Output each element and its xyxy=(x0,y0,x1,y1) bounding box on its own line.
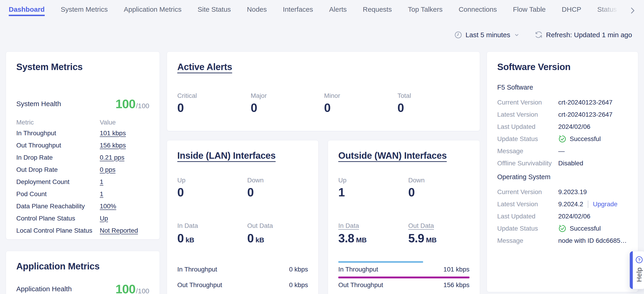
update-status-value: Successful xyxy=(570,135,601,143)
refresh-button[interactable]: Refresh: Updated 1 min ago xyxy=(534,31,632,39)
metric-value-link[interactable]: 101 kbps xyxy=(100,129,126,137)
outside-up-stat: Up 1 xyxy=(338,177,408,199)
up-count: 0 xyxy=(177,185,247,199)
row-label: Message xyxy=(497,148,558,155)
in-data-value: 0 xyxy=(177,231,184,245)
outside-out-data-stat: Out Data 5.9MB xyxy=(408,222,470,245)
f5-software-heading: F5 Software xyxy=(497,83,628,91)
inside-throughput-block: In Throughput 0 kbps Out Throughput 0 kb… xyxy=(177,261,308,289)
system-health-value: 100 /100 xyxy=(116,97,150,111)
tab-dhcp[interactable]: DHCP xyxy=(562,6,581,15)
in-data-link[interactable]: In Data xyxy=(338,222,359,229)
out-throughput-value: 0 kbps xyxy=(289,281,308,289)
system-metrics-title: System Metrics xyxy=(16,61,149,72)
outside-wan-title-link[interactable]: Outside (WAN) Interfaces xyxy=(338,151,447,161)
last-updated-row: Last Updated 2024/02/06 xyxy=(497,210,628,222)
tab-dashboard[interactable]: Dashboard xyxy=(9,6,45,16)
in-throughput-value: 101 kbps xyxy=(443,266,470,273)
update-status-row: Update Status Successful xyxy=(497,133,628,145)
metric-value-link[interactable]: 1 xyxy=(100,190,104,198)
tab-nodes[interactable]: Nodes xyxy=(247,6,267,15)
row-label: Last Updated xyxy=(497,123,558,130)
out-data-value: 5.9 xyxy=(408,231,424,245)
tab-status-objects[interactable]: Status Ob xyxy=(597,6,628,15)
out-data-link[interactable]: Out Data xyxy=(408,222,434,229)
inside-out-data-stat: Out Data 0kB xyxy=(247,222,308,245)
down-count: 0 xyxy=(408,185,470,199)
total-label: Total xyxy=(398,92,471,99)
out-data-unit: MB xyxy=(426,236,437,244)
in-data-label: In Data xyxy=(177,222,247,229)
table-row: Out Drop Rate0 pps xyxy=(16,164,149,176)
out-throughput-label: Out Throughput xyxy=(177,281,222,289)
metric-label: Out Drop Rate xyxy=(16,166,100,173)
metric-value-link[interactable]: 1 xyxy=(100,178,104,186)
row-value: 2024/02/06 xyxy=(558,213,628,220)
metric-value-link[interactable]: 100% xyxy=(100,203,116,210)
tab-connections[interactable]: Connections xyxy=(459,6,497,15)
row-label: Offline Survivability xyxy=(497,160,558,167)
tab-site-status[interactable]: Site Status xyxy=(198,6,231,15)
metric-label: Local Control Plane Status xyxy=(16,227,100,234)
tab-top-talkers[interactable]: Top Talkers xyxy=(408,6,442,15)
table-row: Control Plane StatusUp xyxy=(16,212,149,224)
critical-count: 0 xyxy=(177,101,251,115)
refresh-status-text: Refresh: Updated 1 min ago xyxy=(546,31,632,39)
row-label: Update Status xyxy=(497,135,558,143)
metric-value-link[interactable]: Up xyxy=(100,215,108,222)
table-row: Local Control Plane StatusNot Reported xyxy=(16,224,149,237)
inside-down-stat: Down 0 xyxy=(247,177,308,199)
row-value: crt-20240123-2647 xyxy=(558,111,628,118)
metric-value-link[interactable]: 0.21 pps xyxy=(100,154,124,161)
time-range-selector[interactable]: Last 5 minutes xyxy=(454,31,520,39)
row-label: Message xyxy=(497,237,558,244)
success-circle-icon xyxy=(558,224,566,233)
outside-in-throughput-row: In Throughput 101 kbps xyxy=(338,265,470,273)
tab-interfaces[interactable]: Interfaces xyxy=(283,6,313,15)
help-tab[interactable]: ? Help xyxy=(630,251,644,289)
out-throughput-bar xyxy=(338,276,470,278)
row-label: Latest Version xyxy=(497,201,558,208)
upgrade-link[interactable]: Upgrade xyxy=(593,201,618,208)
tab-flow-table[interactable]: Flow Table xyxy=(513,6,546,15)
f5-software-rows: Current Version crt-20240123-2647 Latest… xyxy=(497,96,628,169)
row-value: — xyxy=(558,148,628,155)
row-label: Last Updated xyxy=(497,213,558,220)
tab-alerts[interactable]: Alerts xyxy=(329,6,347,15)
metric-value-link[interactable]: 0 pps xyxy=(100,166,116,173)
application-health-max: /100 xyxy=(136,287,149,294)
table-header-row: Metric Value xyxy=(16,118,149,127)
table-row: Data Plane Reachability100% xyxy=(16,200,149,212)
clock-icon xyxy=(454,31,462,39)
outside-down-stat: Down 0 xyxy=(408,177,470,199)
row-label: Current Version xyxy=(497,188,558,196)
inside-lan-title-link[interactable]: Inside (LAN) Interfaces xyxy=(177,151,276,161)
current-version-row: Current Version 9.2023.19 xyxy=(497,186,628,198)
application-health-score: 100 xyxy=(116,282,136,294)
chevron-down-icon xyxy=(514,32,520,38)
success-circle-icon xyxy=(558,135,566,143)
row-value: 2024/02/06 xyxy=(558,123,628,130)
metric-value-link[interactable]: 156 kbps xyxy=(100,142,126,149)
metric-label: In Throughput xyxy=(16,129,100,137)
tab-requests[interactable]: Requests xyxy=(363,6,392,15)
inside-up-stat: Up 0 xyxy=(177,177,247,199)
refresh-icon xyxy=(534,31,543,39)
outside-throughput-block: In Throughput 101 kbps Out Throughput 15… xyxy=(338,261,470,289)
minor-label: Minor xyxy=(324,92,398,99)
critical-label: Critical xyxy=(177,92,251,99)
nav-scroll-right-button[interactable] xyxy=(628,6,637,15)
tab-application-metrics[interactable]: Application Metrics xyxy=(124,6,182,15)
inside-data-stats: In Data 0kB Out Data 0kB xyxy=(177,222,308,245)
chevron-right-icon xyxy=(628,6,637,15)
row-value: crt-20240123-2647 xyxy=(558,99,628,106)
metric-value-link[interactable]: Not Reported xyxy=(100,227,138,234)
current-version-row: Current Version crt-20240123-2647 xyxy=(497,96,628,108)
active-alerts-title-link[interactable]: Active Alerts xyxy=(177,62,232,72)
in-throughput-label: In Throughput xyxy=(177,266,217,273)
down-label: Down xyxy=(247,177,308,184)
in-throughput-label: In Throughput xyxy=(338,266,378,273)
tab-system-metrics[interactable]: System Metrics xyxy=(61,6,108,15)
help-label: Help xyxy=(635,267,643,282)
metric-label: In Drop Rate xyxy=(16,154,100,161)
